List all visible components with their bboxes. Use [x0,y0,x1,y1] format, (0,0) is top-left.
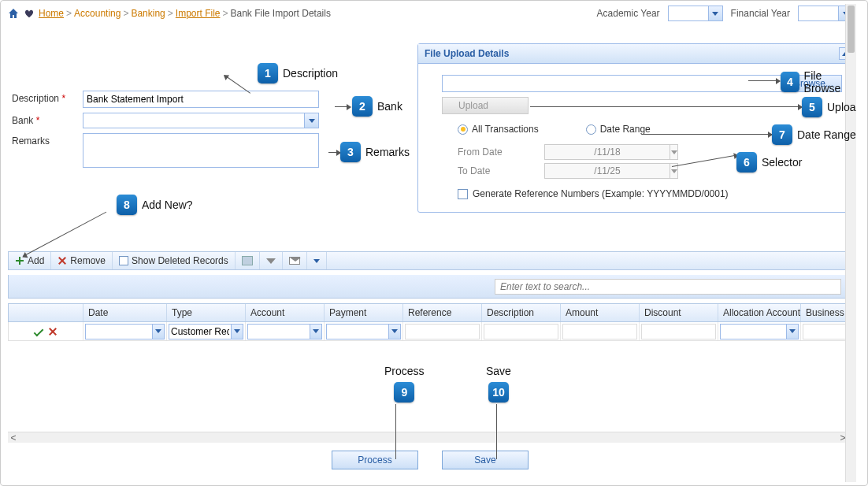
radio-all-transactions[interactable]: All Transactions [458,124,539,135]
process-button[interactable]: Process [332,451,418,469]
to-date-combo[interactable] [544,163,678,179]
col-amount[interactable]: Amount [561,304,640,321]
dropdown-icon[interactable] [152,325,164,339]
date-cell-input[interactable] [86,326,152,337]
vertical-scrollbar[interactable] [845,4,856,482]
year-filters: Academic Year Financial Year [597,6,853,21]
dropdown-icon[interactable] [231,325,243,339]
type-cell-combo[interactable] [169,324,243,339]
from-date-combo[interactable] [544,144,678,160]
reference-cell[interactable] [405,324,480,339]
breadcrumb-sep: > [66,8,72,19]
breadcrumb-link[interactable]: Banking [131,8,165,19]
dropdown-icon[interactable] [786,325,798,339]
dropdown-icon[interactable] [670,145,677,159]
to-date-label: To Date [458,165,544,176]
breadcrumb-link[interactable]: Accounting [74,8,121,19]
breadcrumb-link[interactable]: Import File [176,8,221,19]
col-reference[interactable]: Reference [403,304,482,321]
remove-button[interactable]: Remove [51,252,113,269]
home-icon[interactable] [7,7,20,20]
upload-button[interactable]: Upload [442,97,529,114]
breadcrumb-link[interactable]: Home [39,8,64,19]
breadcrumb: Home > Accounting > Banking > Import Fil… [39,8,594,19]
breadcrumb-sep: > [123,8,128,19]
col-date[interactable]: Date [83,304,167,321]
description-label: Description * [12,91,83,104]
account-cell-input[interactable] [248,326,310,337]
radio-date-range[interactable]: Date Range [586,124,651,135]
export-icon [289,257,300,265]
callout-10: Save10 [486,365,511,403]
checkbox-icon [119,256,128,265]
academic-year-combo[interactable] [668,6,723,21]
grid-search-bar [8,275,848,299]
filter-button[interactable] [260,252,283,269]
filter-icon [266,258,276,264]
col-allocation-account[interactable]: Allocation Account [718,304,801,321]
bank-combo[interactable] [83,113,319,128]
remarks-input[interactable] [83,133,319,168]
plus-icon [15,256,24,265]
breadcrumb-current: Bank File Import Details [231,8,331,19]
search-input[interactable] [495,279,841,295]
dropdown-icon[interactable] [310,325,321,339]
panel-title: File Upload Details [425,48,509,59]
breadcrumb-sep: > [168,8,173,19]
accept-icon[interactable] [34,326,44,336]
export-button[interactable] [283,252,307,269]
col-business-unit[interactable]: Business Unit [801,304,848,321]
to-date-input[interactable] [545,164,670,178]
bank-label: Bank * [12,113,83,126]
dropdown-icon[interactable] [708,6,722,20]
grid-header: Date Type Account Payment Reference Desc… [8,303,848,322]
file-path-input[interactable] [442,75,785,92]
action-buttons: Process Save [4,451,856,469]
allocation-account-combo[interactable] [720,324,799,339]
dropdown-icon[interactable] [388,325,400,339]
col-payment[interactable]: Payment [325,304,403,321]
x-icon [57,256,67,265]
financial-year-label: Financial Year [731,8,790,19]
col-discount[interactable]: Discount [640,304,718,321]
type-cell-input[interactable] [169,326,231,337]
bank-input[interactable] [83,115,304,126]
leader-line [395,404,396,459]
toolbar-icon-button[interactable] [236,252,260,269]
save-button[interactable]: Save [442,451,529,469]
date-cell-combo[interactable] [85,324,165,339]
scrollbar-thumb[interactable] [848,6,855,53]
description-cell[interactable] [484,324,558,339]
dropdown-icon[interactable] [670,164,677,178]
payment-cell-input[interactable] [327,326,388,337]
from-date-input[interactable] [545,145,670,159]
callout-9: Process9 [384,365,425,403]
col-account[interactable]: Account [246,304,325,321]
browse-button[interactable]: Browse... [785,75,842,92]
business-unit-cell[interactable] [803,324,846,339]
scroll-left-icon[interactable]: < [9,434,17,442]
account-cell-combo[interactable] [247,324,322,339]
file-upload-panel: File Upload Details Browse... Upload All… [417,43,856,213]
radio-icon [586,124,596,135]
financial-year-input[interactable] [799,8,838,19]
chevron-down-icon [313,259,320,263]
add-button[interactable]: Add [9,252,51,269]
amount-cell[interactable] [562,324,637,339]
from-date-label: From Date [458,147,544,158]
dropdown-icon[interactable] [304,113,318,128]
col-type[interactable]: Type [167,304,246,321]
academic-year-input[interactable] [669,8,708,19]
import-form: Description * Bank * Remarks [12,91,335,173]
discount-cell[interactable] [641,324,716,339]
description-input[interactable] [83,91,319,108]
generate-ref-checkbox[interactable] [458,189,468,199]
payment-cell-combo[interactable] [326,324,401,339]
favorite-icon[interactable] [23,7,35,20]
horizontal-scrollbar[interactable]: < > [8,432,848,443]
cancel-icon[interactable] [48,327,57,336]
allocation-account-input[interactable] [721,326,786,337]
col-description[interactable]: Description [482,304,561,321]
show-deleted-button[interactable]: Show Deleted Records [113,252,236,269]
toolbar-dropdown[interactable] [307,252,327,269]
